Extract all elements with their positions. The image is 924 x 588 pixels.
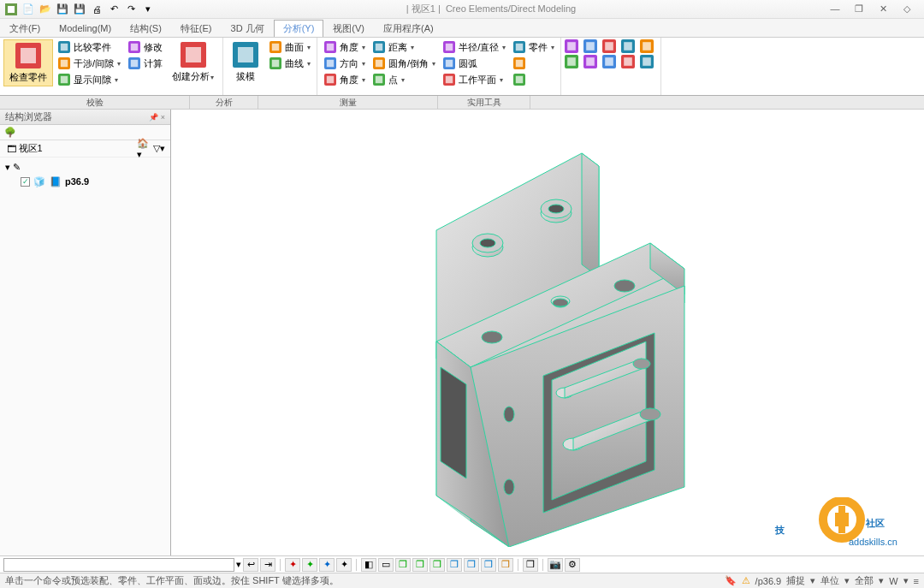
collapse-icon[interactable]: ▾: [5, 162, 10, 173]
cmd-dropdown-icon[interactable]: ▾: [236, 559, 241, 570]
undo-icon[interactable]: ↶: [106, 2, 121, 17]
util-icon[interactable]: [621, 55, 635, 68]
tree-root[interactable]: ▾ ✎: [5, 161, 165, 174]
view-cube3-icon[interactable]: ❒: [429, 558, 445, 572]
ribbon-btn[interactable]: 圆弧: [440, 56, 508, 71]
print-icon[interactable]: 🖨: [89, 2, 104, 17]
redo-icon[interactable]: ↷: [123, 2, 139, 17]
3d-viewport[interactable]: [171, 110, 924, 555]
tab-2[interactable]: 结构(S): [121, 20, 171, 37]
util-icon[interactable]: [640, 39, 654, 53]
ribbon-btn[interactable]: 角度▾: [321, 72, 368, 87]
ribbon-btn[interactable]: 角度▾: [321, 39, 368, 55]
help-button[interactable]: ◇: [898, 3, 915, 15]
status-snap[interactable]: 捕捉: [786, 574, 805, 587]
filter-icon[interactable]: ▽▾: [153, 143, 165, 154]
camera-icon[interactable]: 📷: [548, 558, 563, 572]
settings-icon[interactable]: ⚙: [565, 558, 580, 572]
view-cube7-icon[interactable]: ❒: [498, 558, 513, 572]
status-all[interactable]: 全部: [855, 574, 874, 587]
util-icon[interactable]: [583, 55, 597, 68]
util-icon[interactable]: [583, 39, 597, 53]
visibility-checkbox[interactable]: [21, 177, 30, 187]
ribbon-big-创建分析[interactable]: 创建分析▾: [167, 39, 219, 85]
ribbon-btn[interactable]: 圆角/倒角▾: [370, 56, 438, 71]
new-icon[interactable]: 📄: [21, 2, 36, 17]
ribbon-btn[interactable]: 点▾: [370, 72, 438, 87]
view-cube4-icon[interactable]: ❒: [447, 558, 462, 572]
status-wp[interactable]: W: [889, 576, 897, 586]
ribbon-btn[interactable]: 比较零件: [55, 39, 123, 55]
home-icon[interactable]: 🏠▾: [137, 138, 153, 160]
model-preview: [359, 119, 736, 547]
ribbon-btn[interactable]: 计算: [125, 56, 165, 71]
tab-4[interactable]: 3D 几何: [222, 20, 274, 37]
tab-5[interactable]: 分析(Y): [274, 20, 324, 37]
ribbon-btn[interactable]: 显示间隙▾: [55, 72, 123, 87]
svg-rect-39: [446, 76, 453, 83]
ribbon-btn[interactable]: 半径/直径▾: [440, 39, 508, 55]
ribbon-btn[interactable]: 距离▾: [370, 39, 438, 55]
view-cube1-icon[interactable]: ❒: [395, 558, 411, 572]
ribbon-big-检查零件[interactable]: 检查零件: [3, 39, 53, 86]
svg-rect-37: [446, 60, 453, 67]
svg-rect-29: [376, 44, 382, 50]
status-flag-icon[interactable]: 🔖: [725, 575, 737, 586]
save-icon[interactable]: 💾: [55, 2, 70, 17]
ribbon-btn[interactable]: [510, 72, 557, 87]
pencil-icon: ✎: [13, 162, 21, 173]
status-unit[interactable]: 单位: [820, 574, 839, 587]
cmd-btn-1[interactable]: ↩: [243, 558, 258, 572]
tab-6[interactable]: 视图(V): [323, 20, 374, 37]
tab-7[interactable]: 应用程序(A): [374, 20, 443, 37]
tree-item-label: p36.9: [65, 176, 89, 187]
util-icon[interactable]: [565, 55, 578, 68]
ribbon-btn[interactable]: 修改: [125, 39, 165, 55]
util-icon[interactable]: [602, 55, 616, 68]
ribbon-btn[interactable]: 干涉/间隙▾: [55, 56, 123, 71]
status-warn-icon[interactable]: ⚠: [742, 575, 750, 586]
svg-rect-41: [516, 44, 523, 50]
ribbon-btn[interactable]: 工作平面▾: [440, 72, 508, 87]
saveas-icon[interactable]: 💾: [72, 2, 87, 17]
close-button[interactable]: ✕: [874, 3, 891, 15]
svg-rect-15: [186, 47, 201, 62]
ribbon-btn[interactable]: [510, 56, 557, 71]
view-cube6-icon[interactable]: ❒: [481, 558, 496, 572]
util-icon[interactable]: [621, 39, 635, 53]
cmd-btn-2[interactable]: ⇥: [260, 558, 275, 572]
sidebar-pin-close[interactable]: 📌 ×: [149, 113, 165, 122]
open-icon[interactable]: 📂: [38, 2, 53, 17]
util-icon[interactable]: [640, 55, 654, 68]
axis-x-icon[interactable]: ✦: [285, 558, 300, 572]
command-input[interactable]: [3, 558, 234, 572]
util-icon[interactable]: [565, 39, 578, 53]
axis-xyz-icon[interactable]: ✦: [336, 558, 352, 572]
viewport-selector[interactable]: 🗔 🏠▾ ▽▾: [0, 140, 170, 157]
svg-point-75: [504, 479, 514, 495]
tree-item[interactable]: 🧊 📘 p36.9: [5, 174, 165, 189]
view-solo-icon[interactable]: ❒: [523, 558, 538, 572]
maximize-button[interactable]: ❐: [850, 3, 868, 15]
status-menu-icon[interactable]: ≡: [914, 576, 919, 586]
view-iso-icon[interactable]: ◧: [361, 558, 376, 572]
minimize-button[interactable]: —: [826, 3, 844, 15]
ribbon-btn[interactable]: 曲线▾: [266, 56, 313, 71]
view-cube5-icon[interactable]: ❒: [464, 558, 479, 572]
ribbon-btn[interactable]: 方向▾: [321, 56, 368, 71]
viewport-input[interactable]: [19, 144, 137, 154]
axis-z-icon[interactable]: ✦: [319, 558, 335, 572]
tab-3[interactable]: 特征(E): [171, 20, 222, 37]
tab-0[interactable]: 文件(F): [0, 20, 50, 37]
ribbon-big-拔模[interactable]: 拔模: [227, 39, 264, 85]
util-icon[interactable]: [602, 39, 616, 53]
tree-icon[interactable]: 🌳: [3, 126, 17, 140]
axis-y-icon[interactable]: ✦: [302, 558, 317, 572]
view-front-icon[interactable]: ▭: [378, 558, 394, 572]
qat-dropdown-icon[interactable]: ▾: [140, 2, 156, 17]
view-cube2-icon[interactable]: ❒: [412, 558, 428, 572]
ribbon-btn[interactable]: 曲面▾: [266, 39, 313, 55]
app-icon[interactable]: [3, 2, 19, 17]
ribbon-btn[interactable]: 零件▾: [510, 39, 557, 55]
tab-1[interactable]: Modeling(M): [50, 21, 121, 35]
